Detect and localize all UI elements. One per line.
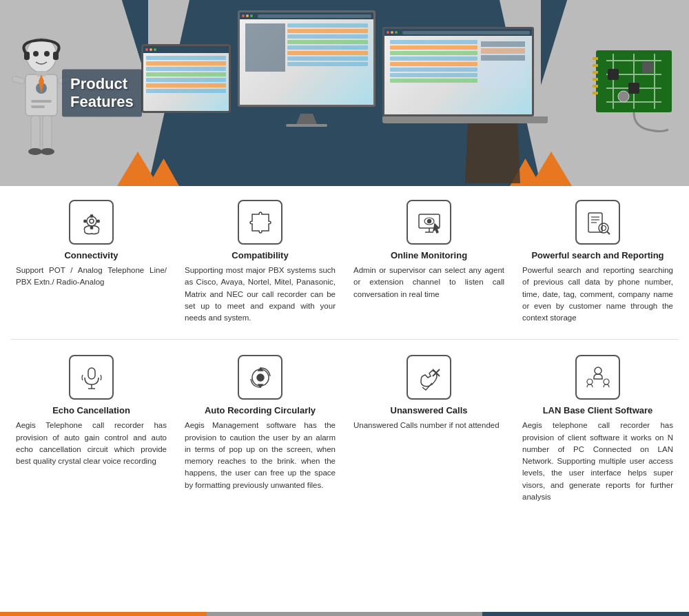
svg-rect-60: [88, 368, 95, 379]
monitoring-desc: Admin or supervisor can select any agent…: [353, 265, 504, 300]
search-icon-box: [575, 200, 620, 245]
svg-point-35: [618, 91, 629, 102]
feature-monitoring: Online Monitoring Admin or supervisor ca…: [348, 196, 510, 327]
svg-rect-8: [31, 100, 52, 103]
svg-rect-34: [642, 62, 653, 73]
svg-line-59: [607, 232, 610, 234]
connectivity-desc: Support POT / Analog Telephone Line/ PBX…: [16, 265, 167, 289]
svg-point-52: [427, 219, 431, 223]
desktop-stand: [296, 114, 317, 124]
svg-rect-2: [53, 52, 59, 60]
lan-title: LAN Base Client Software: [522, 405, 673, 415]
search-desc: Powerful search and reporting searching …: [522, 265, 673, 324]
features-row-1: Connectivity Support POT / Analog Teleph…: [0, 193, 689, 331]
desktop-base: [286, 124, 327, 127]
svg-rect-1: [24, 52, 30, 60]
product-title-line1: Product: [70, 75, 134, 93]
monitoring-icon-box: [407, 200, 451, 245]
svg-rect-40: [593, 85, 598, 88]
autorecord-icon-box: [238, 355, 282, 400]
svg-rect-10: [12, 76, 25, 84]
svg-rect-13: [31, 116, 40, 150]
echo-title: Echo Cancellation: [16, 405, 167, 415]
svg-rect-39: [593, 78, 598, 81]
svg-point-0: [26, 38, 56, 72]
lan-icon-box: [575, 355, 620, 400]
product-title-line2: Features: [70, 93, 134, 111]
svg-point-57: [599, 223, 608, 233]
echo-desc: Aegis Telephone call recorder has provis…: [16, 420, 167, 467]
svg-rect-38: [593, 71, 598, 74]
svg-point-15: [28, 148, 42, 155]
svg-point-64: [257, 374, 264, 381]
product-features-label: Product Features: [62, 70, 142, 117]
compatibility-desc: Supporting most major PBX systems such a…: [185, 265, 336, 324]
svg-point-69: [595, 367, 601, 374]
svg-rect-45: [90, 227, 92, 229]
svg-point-42: [87, 216, 96, 226]
feature-compatibility: Compatibility Supporting most major PBX …: [179, 196, 341, 327]
svg-rect-47: [97, 220, 99, 222]
connectivity-icon-box: [69, 200, 114, 245]
header-banner: Product Features: [0, 0, 689, 186]
search-title: Powerful search and Reporting: [522, 250, 673, 260]
feature-lan: LAN Base Client Software Aegis telephone…: [517, 351, 679, 506]
feature-echo: Echo Cancellation Aegis Telephone call r…: [10, 351, 172, 506]
connectivity-title: Connectivity: [16, 250, 167, 260]
svg-rect-32: [608, 69, 619, 80]
svg-rect-37: [593, 64, 598, 67]
svg-point-4: [44, 51, 50, 57]
svg-rect-9: [31, 105, 45, 108]
lan-desc: Aegis telephone call recorder has provis…: [522, 420, 673, 503]
svg-rect-36: [593, 57, 598, 60]
desktop-screen: [238, 10, 376, 127]
circuit-board: [593, 47, 675, 139]
compatibility-icon-box: [238, 200, 282, 245]
features-row-2: Echo Cancellation Aegis Telephone call r…: [0, 348, 689, 510]
features-wrapper: Connectivity Support POT / Analog Teleph…: [0, 193, 689, 510]
compatibility-title: Compatibility: [185, 250, 336, 260]
echo-icon-box: [69, 355, 114, 400]
laptop-screen: [382, 27, 548, 123]
unanswered-title: Unanswered Calls: [353, 405, 504, 415]
svg-point-3: [33, 51, 39, 57]
svg-point-43: [90, 219, 94, 223]
svg-rect-44: [90, 215, 92, 217]
feature-connectivity: Connectivity Support POT / Analog Teleph…: [10, 196, 172, 327]
bottom-bar: [0, 612, 689, 616]
svg-rect-46: [84, 220, 86, 222]
feature-unanswered: Unanswered Calls Unanswered Calls number…: [348, 351, 510, 506]
autorecord-title: Auto Recording Circularly: [185, 405, 336, 415]
svg-point-16: [41, 148, 54, 155]
unanswered-icon-box: [407, 355, 451, 400]
center-screens: [141, 10, 548, 127]
svg-rect-33: [628, 83, 639, 94]
feature-search: Powerful search and Reporting Powerful s…: [517, 196, 679, 327]
svg-rect-41: [593, 92, 598, 94]
tablet-screen: [141, 44, 231, 113]
svg-rect-14: [43, 116, 52, 150]
autorecord-desc: Aegis Management software has the provis…: [185, 420, 336, 491]
monitoring-title: Online Monitoring: [353, 250, 504, 260]
svg-point-70: [587, 379, 593, 384]
feature-autorecord: Auto Recording Circularly Aegis Manageme…: [179, 351, 341, 506]
laptop-base: [382, 116, 548, 123]
unanswered-desc: Unanswered Calls number if not attended: [353, 420, 504, 431]
svg-point-71: [604, 379, 609, 384]
row-divider: [10, 339, 679, 340]
